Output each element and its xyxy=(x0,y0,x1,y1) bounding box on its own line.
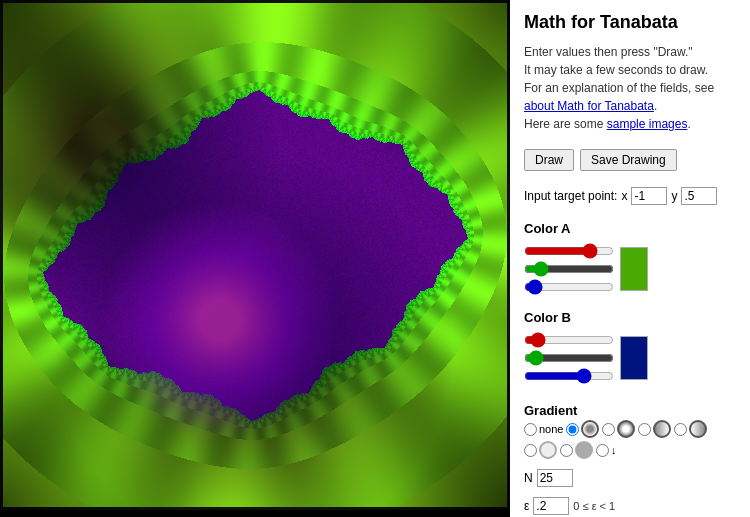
desc-line3: For an explanation of the fields, see xyxy=(524,81,714,95)
gradient-opt3-icon xyxy=(653,420,671,438)
target-point-row: Input target point: x y xyxy=(524,187,736,205)
controls-panel: Math for Tanabata Enter values then pres… xyxy=(510,0,750,517)
gradient-opt5-label[interactable] xyxy=(524,441,557,459)
gradient-opt1-icon xyxy=(581,420,599,438)
desc-line4: Here are some xyxy=(524,117,603,131)
gradient-opt4-icon xyxy=(689,420,707,438)
desc-line1: Enter values then press "Draw." xyxy=(524,45,693,59)
gradient-label: Gradient xyxy=(524,403,736,418)
color-b-preview xyxy=(620,336,648,380)
color-b-r-slider[interactable] xyxy=(524,333,614,347)
gradient-opt6-icon xyxy=(575,441,593,459)
fractal-canvas xyxy=(0,0,510,510)
gradient-opt2-radio[interactable] xyxy=(602,423,615,436)
n-input[interactable] xyxy=(537,469,573,487)
gradient-opt3-radio[interactable] xyxy=(638,423,651,436)
gradient-row: none xyxy=(524,420,736,459)
color-b-sliders xyxy=(524,333,736,383)
gradient-opt7-label[interactable]: ↓ xyxy=(596,444,617,457)
gradient-opt7-icon: ↓ xyxy=(611,444,617,456)
epsilon-row: ε 0 ≤ ε < 1 xyxy=(524,497,736,515)
color-a-b-slider[interactable] xyxy=(524,280,614,294)
gradient-opt6-label[interactable] xyxy=(560,441,593,459)
color-b-sliders-col xyxy=(524,333,614,383)
color-a-label: Color A xyxy=(524,221,736,236)
about-link[interactable]: about Math for Tanabata xyxy=(524,99,654,113)
target-point-label: Input target point: xyxy=(524,189,617,203)
gradient-opt3-label[interactable] xyxy=(638,420,671,438)
fractal-display xyxy=(0,0,510,517)
save-button[interactable]: Save Drawing xyxy=(580,149,677,171)
gradient-opt5-icon xyxy=(539,441,557,459)
color-a-r-slider[interactable] xyxy=(524,244,614,258)
gradient-opt5-radio[interactable] xyxy=(524,444,537,457)
gradient-none-radio[interactable] xyxy=(524,423,537,436)
color-a-sliders xyxy=(524,244,736,294)
y-label: y xyxy=(671,189,677,203)
desc-line2: It may take a few seconds to draw. xyxy=(524,63,708,77)
draw-button[interactable]: Draw xyxy=(524,149,574,171)
epsilon-constraint: 0 ≤ ε < 1 xyxy=(573,500,615,512)
button-row: Draw Save Drawing xyxy=(524,149,736,171)
color-a-g-slider[interactable] xyxy=(524,262,614,276)
gradient-opt7-radio[interactable] xyxy=(596,444,609,457)
app-title: Math for Tanabata xyxy=(524,12,736,33)
color-b-b-slider[interactable] xyxy=(524,369,614,383)
gradient-opt2-label[interactable] xyxy=(602,420,635,438)
gradient-opt6-radio[interactable] xyxy=(560,444,573,457)
color-b-label: Color B xyxy=(524,310,736,325)
x-label: x xyxy=(621,189,627,203)
n-row: N xyxy=(524,469,736,487)
description: Enter values then press "Draw." It may t… xyxy=(524,43,736,133)
y-input[interactable] xyxy=(681,187,717,205)
samples-link[interactable]: sample images xyxy=(607,117,688,131)
n-label: N xyxy=(524,471,533,485)
gradient-section: Gradient none xyxy=(524,397,736,459)
gradient-none-label[interactable]: none xyxy=(524,423,563,436)
gradient-opt4-label[interactable] xyxy=(674,420,707,438)
epsilon-label: ε xyxy=(524,499,529,513)
desc-end: . xyxy=(687,117,690,131)
gradient-opt2-icon xyxy=(617,420,635,438)
gradient-opt1-label[interactable] xyxy=(566,420,599,438)
gradient-opt4-radio[interactable] xyxy=(674,423,687,436)
epsilon-input[interactable] xyxy=(533,497,569,515)
x-input[interactable] xyxy=(631,187,667,205)
gradient-opt1-radio[interactable] xyxy=(566,423,579,436)
color-a-sliders-col xyxy=(524,244,614,294)
color-a-preview xyxy=(620,247,648,291)
gradient-none-text: none xyxy=(539,423,563,435)
color-b-g-slider[interactable] xyxy=(524,351,614,365)
